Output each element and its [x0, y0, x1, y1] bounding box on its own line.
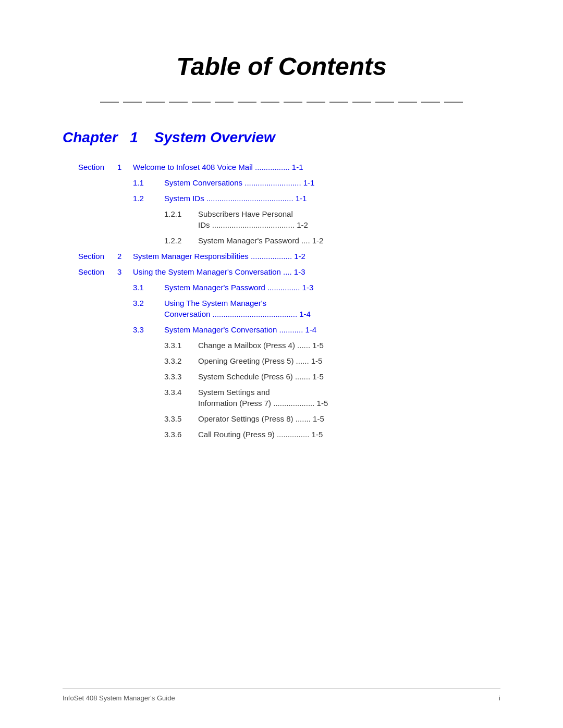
- sub-num-1-1: 1.1: [133, 177, 164, 188]
- subsub-text-3-3-4: System Settings and Information (Press 7…: [198, 387, 500, 409]
- toc-1-2-2: 1.2.2 System Manager's Password .... 1-2: [78, 235, 500, 246]
- section-num-1: 1: [117, 162, 133, 172]
- section-num-2: 2: [117, 251, 133, 262]
- sub-text-3-2: Using The System Manager's Conversation …: [164, 298, 500, 319]
- subsub-text-3-3-5: Operator Settings (Press 8) ....... 1-5: [198, 413, 500, 424]
- toc-3-3-5: 3.3.5 Operator Settings (Press 8) ......…: [78, 413, 500, 424]
- subsub-text-3-3-6: Call Routing (Press 9) ............... 1…: [198, 429, 500, 440]
- toc-3-3-2: 3.3.2 Opening Greeting (Press 5) ...... …: [78, 355, 500, 366]
- footer-left: InfoSet 408 System Manager's Guide: [63, 694, 175, 702]
- sub-text-3-1: System Manager's Password ..............…: [164, 282, 500, 293]
- chapter-label: Chapter: [63, 129, 118, 145]
- toc-section-3: Section 3 Using the System Manager's Con…: [78, 266, 500, 277]
- section-label-1: Section: [78, 162, 117, 172]
- subsub-num-3-3-2: 3.3.2: [164, 355, 198, 366]
- toc-1-1: 1.1 System Conversations ...............…: [78, 177, 500, 188]
- chapter-number: 1: [130, 129, 138, 145]
- toc-body: Section 1 Welcome to Infoset 408 Voice M…: [78, 162, 500, 440]
- chapter-heading: Chapter 1 System Overview: [63, 129, 500, 146]
- subsub-text-1-2-1-line2: IDs ....................................…: [198, 219, 500, 230]
- subsub-num-3-3-5: 3.3.5: [164, 413, 198, 424]
- sub-num-3-3: 3.3: [133, 324, 164, 335]
- toc-3-3-6: 3.3.6 Call Routing (Press 9) ...........…: [78, 429, 500, 440]
- toc-section-2: Section 2 System Manager Responsibilitie…: [78, 251, 500, 262]
- subsub-num-1-2-1: 1.2.1: [164, 208, 198, 219]
- section-2-text: System Manager Responsibilities ........…: [133, 251, 500, 262]
- sub-text-1-1: System Conversations ...................…: [164, 177, 500, 188]
- divider: [63, 102, 500, 103]
- sub-text-3-2-line2: Conversation ...........................…: [164, 309, 500, 319]
- sub-num-1-2: 1.2: [133, 193, 164, 204]
- sub-text-1-2: System IDs .............................…: [164, 193, 500, 204]
- subsub-text-3-3-2: Opening Greeting (Press 5) ...... 1-5: [198, 355, 500, 366]
- footer-right: i: [499, 694, 500, 702]
- subsub-num-1-2-2: 1.2.2: [164, 235, 198, 246]
- toc-1-2-1: 1.2.1 Subscribers Have Personal IDs ....…: [78, 208, 500, 230]
- toc-3-1: 3.1 System Manager's Password ..........…: [78, 282, 500, 293]
- sub-text-3-2-line1: Using The System Manager's: [164, 298, 500, 309]
- subsub-num-3-3-4: 3.3.4: [164, 387, 198, 398]
- section-num-3: 3: [117, 266, 133, 277]
- toc-1-2: 1.2 System IDs .........................…: [78, 193, 500, 204]
- sub-text-3-3: System Manager's Conversation ..........…: [164, 324, 500, 335]
- subsub-num-3-3-1: 3.3.1: [164, 340, 198, 351]
- toc-3-3: 3.3 System Manager's Conversation ......…: [78, 324, 500, 335]
- subsub-num-3-3-6: 3.3.6: [164, 429, 198, 440]
- section-label-3: Section: [78, 266, 117, 277]
- subsub-text-1-2-2: System Manager's Password .... 1-2: [198, 235, 500, 246]
- chapter-title-text: System Overview: [154, 129, 275, 145]
- subsub-text-3-3-4-line2: Information (Press 7) ..................…: [198, 398, 500, 409]
- page-title: Table of Contents: [63, 52, 500, 81]
- sub-num-3-1: 3.1: [133, 282, 164, 293]
- subsub-text-1-2-1-line1: Subscribers Have Personal: [198, 208, 500, 219]
- section-label-2: Section: [78, 251, 117, 262]
- toc-3-2: 3.2 Using The System Manager's Conversat…: [78, 298, 500, 319]
- toc-3-3-1: 3.3.1 Change a Mailbox (Press 4) ...... …: [78, 340, 500, 351]
- subsub-text-1-2-1: Subscribers Have Personal IDs ..........…: [198, 208, 500, 230]
- subsub-text-3-3-3: System Schedule (Press 6) ....... 1-5: [198, 371, 500, 382]
- section-1-text: Welcome to Infoset 408 Voice Mail ......…: [133, 162, 500, 172]
- toc-3-3-4: 3.3.4 System Settings and Information (P…: [78, 387, 500, 409]
- toc-section-1: Section 1 Welcome to Infoset 408 Voice M…: [78, 162, 500, 172]
- section-3-text: Using the System Manager's Conversation …: [133, 266, 500, 277]
- page: Table of Contents Chapter 1 System Overv…: [0, 0, 563, 728]
- footer: InfoSet 408 System Manager's Guide i: [63, 688, 500, 702]
- subsub-text-3-3-4-line1: System Settings and: [198, 387, 500, 398]
- toc-3-3-3: 3.3.3 System Schedule (Press 6) ....... …: [78, 371, 500, 382]
- subsub-text-3-3-1: Change a Mailbox (Press 4) ...... 1-5: [198, 340, 500, 351]
- subsub-num-3-3-3: 3.3.3: [164, 371, 198, 382]
- sub-num-3-2: 3.2: [133, 298, 164, 309]
